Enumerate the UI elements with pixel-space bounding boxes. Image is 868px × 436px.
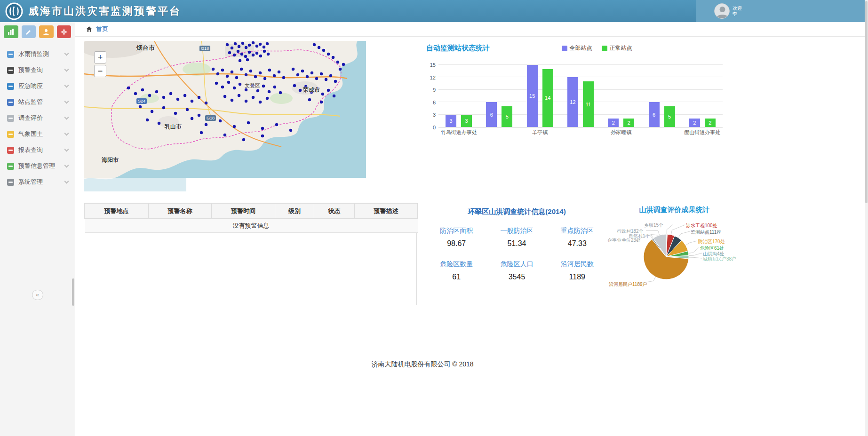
page-scrollbar-thumb[interactable]: [865, 1, 868, 203]
station-dot[interactable]: [296, 73, 299, 76]
bar[interactable]: 3: [461, 115, 472, 127]
map-panel[interactable]: 烟台市文登区荣成市乳山市海阳市G18G18S24 + −: [84, 41, 366, 191]
station-dot[interactable]: [268, 69, 271, 71]
bar[interactable]: 11: [583, 81, 594, 127]
station-dot[interactable]: [231, 99, 233, 102]
bar[interactable]: 5: [502, 106, 512, 127]
station-dot[interactable]: [318, 46, 320, 49]
station-dot[interactable]: [127, 87, 130, 89]
station-dot[interactable]: [327, 89, 330, 92]
station-dot[interactable]: [245, 46, 247, 49]
station-dot[interactable]: [256, 89, 259, 92]
station-dot[interactable]: [255, 52, 258, 55]
breadcrumb-home-link[interactable]: 首页: [96, 25, 108, 33]
station-dot[interactable]: [266, 42, 269, 45]
sidebar-item-5[interactable]: 调查评价: [0, 110, 75, 126]
station-dot[interactable]: [325, 78, 327, 81]
station-dot[interactable]: [226, 75, 229, 78]
station-dot[interactable]: [275, 123, 278, 126]
edit-button[interactable]: [22, 25, 36, 38]
zoom-in-button[interactable]: +: [94, 51, 106, 63]
station-dot[interactable]: [261, 127, 264, 130]
station-dot[interactable]: [252, 54, 255, 56]
station-dot[interactable]: [333, 95, 335, 97]
bar[interactable]: 2: [623, 119, 634, 127]
station-dot[interactable]: [252, 96, 255, 99]
station-dot[interactable]: [155, 90, 158, 93]
bar[interactable]: 2: [705, 119, 716, 127]
station-dot[interactable]: [273, 74, 276, 77]
station-dot[interactable]: [238, 94, 240, 97]
station-dot[interactable]: [198, 96, 200, 99]
bar[interactable]: 12: [567, 77, 578, 127]
station-dot[interactable]: [231, 47, 233, 49]
station-dot[interactable]: [278, 71, 280, 73]
station-dot[interactable]: [310, 91, 313, 94]
bar[interactable]: 2: [608, 119, 619, 127]
station-dot[interactable]: [315, 77, 318, 80]
station-dot[interactable]: [162, 96, 165, 99]
station-dot[interactable]: [259, 55, 262, 57]
station-dot[interactable]: [186, 108, 189, 111]
station-dot[interactable]: [183, 94, 186, 97]
station-dot[interactable]: [174, 112, 177, 115]
station-dot[interactable]: [266, 97, 269, 100]
station-dot[interactable]: [248, 44, 251, 47]
station-dot[interactable]: [327, 53, 330, 55]
station-dot[interactable]: [336, 61, 339, 63]
station-dot[interactable]: [169, 92, 172, 95]
station-dot[interactable]: [334, 80, 337, 83]
sidebar-item-6[interactable]: 气象国土: [0, 126, 75, 142]
station-dot[interactable]: [308, 98, 311, 101]
station-dot[interactable]: [289, 129, 292, 132]
station-dot[interactable]: [246, 58, 249, 61]
sidebar-item-7[interactable]: 报表查询: [0, 142, 75, 158]
legend-item[interactable]: 全部站点: [562, 44, 592, 52]
station-dot[interactable]: [342, 63, 345, 66]
station-dot[interactable]: [321, 93, 324, 95]
station-dot[interactable]: [151, 110, 153, 113]
station-dot[interactable]: [339, 68, 342, 71]
station-dot[interactable]: [252, 41, 255, 44]
station-dot[interactable]: [320, 101, 323, 103]
avatar[interactable]: [714, 3, 730, 19]
station-dot[interactable]: [255, 45, 258, 48]
station-dot[interactable]: [273, 86, 276, 88]
sidebar-item-9[interactable]: 系统管理: [0, 174, 75, 190]
station-dot[interactable]: [227, 81, 230, 84]
station-dot[interactable]: [235, 76, 238, 79]
station-dot[interactable]: [215, 82, 218, 85]
station-dot[interactable]: [304, 85, 307, 88]
map-canvas[interactable]: [84, 41, 366, 191]
sidebar-item-8[interactable]: 预警信息管理: [0, 158, 75, 174]
bar[interactable]: 2: [689, 119, 700, 127]
station-dot[interactable]: [191, 100, 193, 103]
station-dot[interactable]: [267, 53, 270, 55]
station-dot[interactable]: [293, 84, 296, 87]
station-dot[interactable]: [233, 87, 236, 89]
station-dot[interactable]: [279, 91, 282, 94]
station-dot[interactable]: [139, 105, 142, 108]
sidebar-collapse-button[interactable]: «: [32, 290, 43, 300]
zoom-out-button[interactable]: −: [94, 65, 106, 77]
station-dot[interactable]: [259, 71, 262, 74]
station-dot[interactable]: [248, 51, 251, 54]
station-dot[interactable]: [205, 102, 207, 104]
station-dot[interactable]: [263, 77, 266, 80]
station-dot[interactable]: [223, 95, 226, 98]
bar[interactable]: 15: [527, 65, 538, 127]
home-icon[interactable]: [86, 26, 93, 32]
station-dot[interactable]: [242, 138, 245, 141]
station-dot[interactable]: [320, 72, 323, 75]
settings-button[interactable]: [57, 25, 72, 38]
station-dot[interactable]: [311, 71, 313, 74]
station-dot[interactable]: [198, 114, 200, 117]
station-dot[interactable]: [254, 75, 257, 78]
bar[interactable]: 14: [542, 69, 553, 127]
station-dot[interactable]: [233, 125, 236, 128]
bar[interactable]: 6: [649, 102, 660, 127]
station-dot[interactable]: [249, 70, 252, 72]
station-dot[interactable]: [237, 50, 239, 53]
station-dot[interactable]: [176, 98, 179, 101]
station-dot[interactable]: [261, 135, 264, 137]
